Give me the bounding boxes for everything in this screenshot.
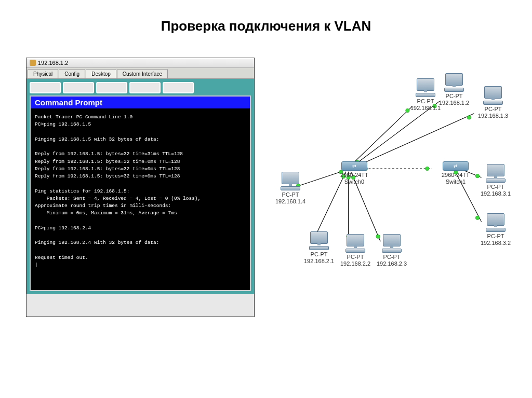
pc-icon (484, 164, 507, 183)
desktop-app-icon[interactable] (129, 82, 161, 93)
pc-device[interactable]: PC-PT192.168.1.4 (275, 172, 305, 205)
desktop-app-icon[interactable] (163, 82, 194, 93)
device-label: PC-PT192.168.3.1 (481, 184, 511, 197)
switch-icon (341, 161, 367, 171)
svg-point-13 (406, 108, 410, 113)
svg-line-3 (353, 114, 474, 168)
device-label: PC-PT192.168.1.1 (410, 98, 441, 112)
switch-device[interactable]: 2960-24TTSwitch0 (340, 161, 368, 185)
svg-line-1 (349, 106, 413, 168)
pc-device[interactable]: PC-PT192.168.3.2 (481, 213, 511, 246)
pc-icon (484, 213, 507, 232)
tab-physical[interactable]: Physical (28, 69, 58, 78)
window-title: 192.168.1.2 (38, 60, 68, 66)
device-label: 2960-24TTSwitch0 (340, 172, 368, 185)
pc-icon (482, 86, 504, 105)
pc-device[interactable]: PC-PT192.168.2.2 (340, 234, 370, 267)
device-label: PC-PT192.168.2.1 (304, 251, 334, 265)
device-label: PC-PT192.168.2.2 (340, 254, 370, 267)
pc-icon (344, 234, 367, 253)
desktop-app-row (30, 82, 251, 93)
svg-point-29 (475, 216, 480, 220)
pc-icon (279, 172, 302, 190)
pc-icon (308, 231, 330, 250)
window-titlebar[interactable]: 192.168.1.2 (26, 58, 254, 68)
slide-title: Проверка подключения к VLAN (0, 0, 532, 58)
pc-icon (380, 234, 403, 253)
pc-icon (443, 73, 466, 92)
switch-device[interactable]: 2960-24TTSwitch1 (442, 161, 470, 185)
tab-config[interactable]: Config (59, 69, 85, 78)
svg-point-25 (425, 167, 430, 171)
command-prompt-title: Command Prompt (31, 97, 250, 108)
device-label: PC-PT192.168.1.3 (478, 106, 508, 119)
pc-device[interactable]: PC-PT192.168.1.2 (439, 73, 469, 106)
svg-point-27 (475, 174, 480, 178)
pc-device[interactable]: PC-PT192.168.3.1 (481, 164, 511, 197)
desktop-app-icon[interactable] (96, 82, 127, 93)
app-icon (30, 60, 36, 66)
command-prompt-output[interactable]: Packet Tracer PC Command Line 1.0 PC>pin… (31, 108, 250, 290)
pc-device[interactable]: PC-PT192.168.2.3 (377, 234, 407, 267)
tab-custom-interface[interactable]: Custom Interface (117, 69, 168, 78)
device-label: PC-PT192.168.1.4 (275, 191, 305, 205)
desktop-app-icon[interactable] (30, 82, 61, 93)
svg-point-17 (467, 116, 471, 120)
device-label: PC-PT192.168.1.2 (439, 93, 469, 106)
pc-device[interactable]: PC-PT192.168.1.3 (478, 86, 508, 119)
pc-device[interactable]: PC-PT192.168.2.1 (304, 231, 334, 265)
device-label: PC-PT192.168.3.2 (481, 233, 511, 246)
packet-tracer-pc-window: 192.168.1.2 Physical Config Desktop Cust… (26, 58, 255, 317)
tab-bar: Physical Config Desktop Custom Interface (26, 68, 254, 79)
desktop-app-icon[interactable] (63, 82, 94, 93)
desktop-area: Command Prompt Packet Tracer PC Command … (26, 79, 254, 294)
pc-icon (414, 78, 437, 97)
device-label: 2960-24TTSwitch1 (442, 172, 470, 185)
switch-icon (443, 161, 469, 171)
network-topology: PC-PT192.168.1.4PC-PT192.168.1.1PC-PT192… (260, 58, 506, 317)
command-prompt-window: Command Prompt Packet Tracer PC Command … (30, 95, 251, 291)
device-label: PC-PT192.168.2.3 (377, 254, 407, 267)
tab-desktop[interactable]: Desktop (86, 69, 116, 78)
pc-device[interactable]: PC-PT192.168.1.1 (410, 78, 441, 112)
